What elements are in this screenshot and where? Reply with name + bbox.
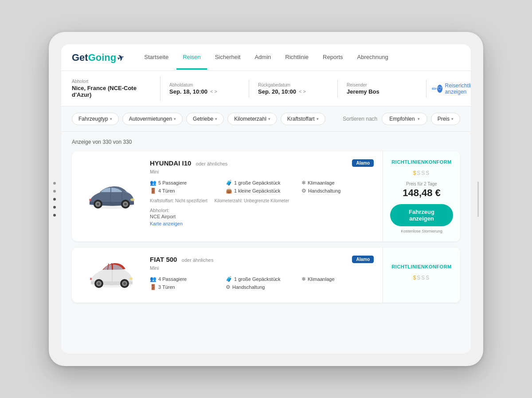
traveler-value: Jeremy Bos [347,88,417,95]
passengers-icon: 👥 [150,180,156,186]
svg-rect-20 [90,278,92,280]
shield-icon: 🛡 [437,85,442,93]
car-info-hyundai: HYUNDAI I10 oder ähnliches Alamo Mini 👥 … [150,159,374,233]
sort-select[interactable]: Empfohlen ▾ [382,113,427,125]
map-link-hyundai[interactable]: Karte anzeigen [150,221,374,226]
traveler-field[interactable]: Reisender Jeremy Bos [338,80,426,98]
scroll-dot-1 [53,182,56,185]
filter-kilometerzahl[interactable]: Kilometerzahl ▾ [227,113,277,125]
compliant-badge-hyundai: RICHTLINIENKONFORM [391,159,452,165]
price-for-hyundai: Preis für 2 Tage [406,181,437,186]
nav-bar: GetGoing✈ Startseite Reisen Sicherheit A… [61,44,471,71]
search-bar: Abholort Nice, France (NCE-Cote d'Azur) … [61,71,471,106]
car-header-hyundai: HYUNDAI I10 oder ähnliches Alamo [150,159,374,167]
sort-chevron-icon: ▾ [418,117,420,121]
scroll-dot-3 [53,198,56,201]
feature-transmission-hyundai: ⚙ Handschaltung [301,188,374,194]
luggage-big-icon: 🧳 [226,180,232,186]
pickup-date-next[interactable]: > [214,89,217,94]
pickup-date-value: Sep. 18, 10:00 < > [169,88,240,95]
doors-icon: 🚪 [150,188,156,194]
car-features-hyundai: 👥 5 Passagiere 🧳 1 große Gepäckstück ❄ K… [150,180,374,194]
chevron-down-icon: ▾ [451,117,454,121]
feature-ac-hyundai: ❄ Klimaanlage [301,180,374,186]
vendor-badge-hyundai: Alamo [352,159,374,167]
book-button-hyundai[interactable]: Fahrzeug anzeigen [390,204,453,226]
car-name-fiat: FIAT 500 [150,256,177,263]
logo-going: Going [88,52,117,63]
luggage-big-icon: 🧳 [226,276,232,282]
price-amount-hyundai: 148,48 € [403,187,441,199]
compliant-badge-fiat: RICHTLINIENKONFORM [391,264,452,269]
nav-item-sicherheit[interactable]: Sicherheit [209,46,247,70]
free-cancel-hyundai: Kostenlose Stornierung [401,229,442,233]
nav-item-reports[interactable]: Reports [317,46,349,70]
policy-button[interactable]: 🛡 Reiserichtlinie anzeigen [437,83,471,95]
svg-line-22 [112,263,112,270]
scroll-dot-2 [53,190,56,193]
filter-preis[interactable]: Preis ▾ [431,113,460,125]
feature-doors-hyundai: 🚪 4 Türen [150,188,222,194]
car-similar-hyundai: oder ähnliches [196,161,228,166]
logo-get: Get [72,52,88,63]
scroll-dot-4 [53,206,56,209]
car-features-fiat: 👥 4 Passagiere 🧳 1 große Gepäckstück ❄ K… [150,276,374,290]
car-location-hyundai: Abholort: NCE Airport Karte anzeigen [150,208,374,226]
sort-group: Sortieren nach Empfohlen ▾ [343,113,427,125]
svg-point-5 [97,203,99,205]
svg-point-8 [124,203,127,205]
car-illustration-hyundai [83,179,141,214]
svg-point-9 [130,198,135,201]
pickup-date-label: Abholdatum [169,83,240,87]
svg-point-18 [123,282,126,285]
car-title-fiat: FIAT 500 oder ähnliches [150,256,213,264]
doors-icon: 🚪 [150,284,156,290]
ac-icon: ❄ [301,180,306,186]
nav-item-abrechnung[interactable]: Abrechnung [351,46,395,70]
filter-autovermietungen[interactable]: Autovermietungen ▾ [122,113,183,125]
car-name-hyundai: HYUNDAI I10 [150,159,191,167]
car-title-hyundai: HYUNDAI I10 oder ähnliches [150,159,227,167]
pickup-date-field[interactable]: Abholdatum Sep. 18, 10:00 < > [160,80,249,98]
filter-fahrzeugtyp[interactable]: Fahrzeugtyp ▾ [72,113,119,125]
chevron-down-icon: ▾ [215,117,217,121]
pickup-date-nav[interactable]: < > [210,89,217,94]
car-category-fiat: Mini [150,265,374,271]
scroll-bar[interactable] [477,181,479,217]
car-image-fiat [81,256,143,295]
edit-icon[interactable]: ✏ [432,85,437,92]
return-date-next[interactable]: > [303,89,305,94]
feature-passengers-fiat: 👥 4 Passagiere [150,276,222,282]
pickup-location-field[interactable]: Abholort Nice, France (NCE-Cote d'Azur) [72,76,160,101]
results-area: Anzeige von 330 von 330 [61,132,471,354]
car-location-value-hyundai: NCE Airport [150,214,374,219]
car-card-fiat-500: FIAT 500 oder ähnliches Alamo Mini 👥 4 P… [72,248,460,303]
return-date-label: Rückgabedatum [258,83,329,87]
return-date-prev[interactable]: < [299,89,301,94]
chevron-down-icon: ▾ [317,117,319,121]
pickup-date-prev[interactable]: < [210,89,213,94]
nav-item-startseite[interactable]: Startseite [138,46,175,70]
car-specs-hyundai: Kraftstoffart: Nicht spezifiziert Kilome… [150,198,374,203]
logo-arrow-icon: ✈ [116,52,125,64]
car-header-fiat: FIAT 500 oder ähnliches Alamo [150,256,374,264]
scroll-dot-5 [53,214,56,217]
luggage-small-icon: 👜 [226,188,232,194]
nav-item-richtlinie[interactable]: Richtlinie [279,46,315,70]
filter-kraftstoffart[interactable]: Kraftstoffart ▾ [281,113,325,125]
return-date-nav[interactable]: < > [299,89,306,94]
car-main-hyundai: HYUNDAI I10 oder ähnliches Alamo Mini 👥 … [72,151,383,241]
nav-item-admin[interactable]: Admin [248,46,277,70]
svg-point-15 [98,282,100,285]
filter-getriebe[interactable]: Getriebe ▾ [186,113,224,125]
chevron-down-icon: ▾ [268,117,270,121]
vendor-badge-fiat: Alamo [352,256,374,263]
car-image-hyundai [81,159,143,233]
nav-item-reisen[interactable]: Reisen [176,46,207,70]
nav-items: Startseite Reisen Sicherheit Admin Richt… [138,46,460,69]
svg-point-19 [129,277,133,280]
car-price-panel-fiat: RICHTLINIENKONFORM $SSS [383,248,460,303]
return-date-field[interactable]: Rückgabedatum Sep. 20, 10:00 < > [249,80,338,98]
car-location-label-hyundai: Abholort: [150,208,374,213]
feature-luggage-small-hyundai: 👜 1 kleine Gepäckstück [226,188,298,194]
